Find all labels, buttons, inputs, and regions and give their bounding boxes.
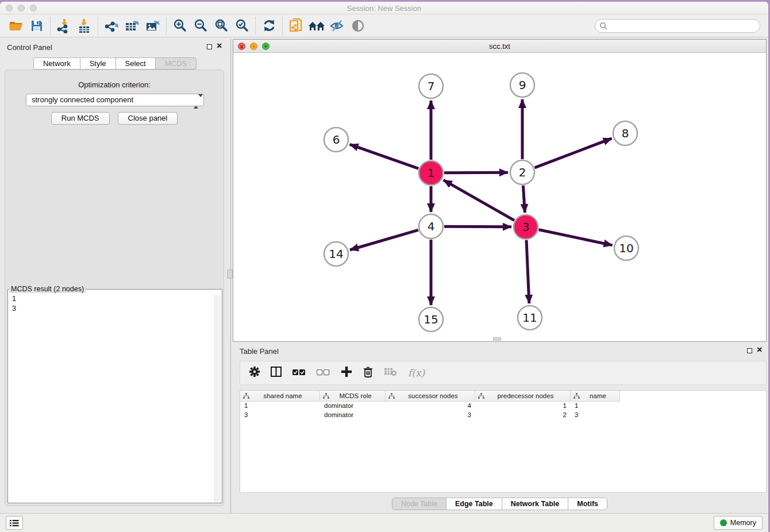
tab-network-table[interactable]: Network Table — [502, 498, 569, 510]
control-panel-close-button[interactable]: × — [217, 41, 222, 51]
toolbar-separator — [255, 17, 256, 34]
zoom-out-button[interactable] — [190, 17, 211, 35]
hide-graphics-button[interactable] — [327, 17, 348, 35]
import-table-icon — [77, 18, 92, 33]
tab-style[interactable]: Style — [80, 57, 116, 70]
zoom-in-button[interactable] — [170, 17, 190, 35]
column-type-icon — [573, 393, 580, 399]
result-scrollbar[interactable] — [214, 295, 221, 502]
graph-edge-3-11[interactable] — [526, 240, 529, 303]
graph-edge-1-2[interactable] — [444, 172, 508, 173]
graph-node-label-1: 1 — [428, 166, 435, 180]
search-box[interactable] — [595, 19, 760, 33]
select-stepper-icon — [194, 96, 199, 104]
export-table-icon — [125, 18, 140, 33]
table-cell[interactable]: 3 — [240, 411, 320, 420]
tab-motifs[interactable]: Motifs — [568, 498, 607, 510]
table-row[interactable]: 3dominator323 — [240, 411, 766, 420]
search-icon — [599, 22, 607, 30]
table-cell[interactable]: 1 — [571, 402, 620, 411]
table-cell[interactable]: 2 — [475, 411, 571, 420]
table-row[interactable]: 1dominator411 — [240, 402, 766, 411]
graph-edge-1-6[interactable] — [350, 144, 419, 168]
show-columns-button[interactable] — [271, 367, 282, 379]
network-window-titlebar: x - + scc.txt — [233, 40, 766, 53]
table-header-row: shared nameMCDS rolesuccessor nodesprede… — [240, 391, 766, 402]
close-panel-button[interactable]: Close panel — [118, 112, 178, 125]
column-header-label: shared name — [249, 392, 319, 399]
import-table-button[interactable] — [74, 17, 95, 35]
zoom-fit-button[interactable] — [211, 17, 232, 35]
optimization-criterion-label: Optimization criterion: — [5, 80, 224, 89]
zoom-selected-button[interactable] — [232, 17, 252, 35]
graph-edge-2-8[interactable] — [535, 138, 612, 168]
add-row-button[interactable] — [341, 366, 352, 380]
table-cell[interactable]: dominator — [320, 411, 386, 420]
control-panel-float-button[interactable] — [207, 44, 212, 49]
tab-select[interactable]: Select — [116, 57, 156, 70]
table-cell[interactable]: dominator — [320, 402, 386, 411]
table-cell[interactable]: 3 — [386, 411, 475, 420]
graph-edge-2-3[interactable] — [523, 186, 525, 213]
tab-node-table[interactable]: Node Table — [392, 498, 446, 510]
memory-button[interactable]: Memory — [714, 516, 763, 530]
tab-edge-table[interactable]: Edge Table — [446, 498, 502, 510]
network-resize-handle[interactable] — [493, 337, 501, 341]
graph-node-label-11: 11 — [522, 311, 537, 325]
graph-node-label-8: 8 — [622, 126, 629, 140]
refresh-button[interactable] — [259, 17, 279, 35]
table-settings-button[interactable] — [249, 367, 260, 379]
table-panel-title: Table Panel — [240, 347, 279, 356]
graph-node-label-3: 3 — [522, 220, 530, 234]
delete-table-icon — [384, 367, 397, 376]
table-cell[interactable]: 1 — [240, 402, 320, 411]
tab-mcds[interactable]: MCDS — [156, 57, 197, 70]
column-header-name[interactable]: name — [571, 391, 620, 402]
mcds-result-lines: 13 — [8, 293, 222, 315]
select-all-button[interactable] — [292, 368, 306, 378]
column-header-successor-nodes[interactable]: successor nodes — [386, 391, 475, 402]
open-session-button[interactable] — [6, 17, 26, 35]
home-networks-button[interactable] — [306, 17, 327, 35]
tab-network[interactable]: Network — [33, 57, 80, 70]
import-network-button[interactable] — [53, 17, 74, 35]
table-cell[interactable]: 1 — [475, 402, 571, 411]
network-window-title: scc.txt — [233, 42, 766, 51]
column-header-predecessor-nodes[interactable]: predecessor nodes — [475, 391, 571, 402]
graph-edge-3-1[interactable] — [444, 180, 514, 220]
split-divider-handle[interactable] — [227, 269, 233, 279]
clone-network-button[interactable] — [286, 17, 306, 35]
column-header-shared-name[interactable]: shared name — [240, 391, 320, 402]
optimization-criterion-select[interactable]: strongly connected component — [26, 94, 204, 106]
run-mcds-button[interactable]: Run MCDS — [51, 112, 110, 125]
zoom-in-icon — [173, 18, 187, 33]
export-table-button[interactable] — [122, 17, 143, 35]
save-session-button[interactable] — [26, 17, 47, 35]
search-input[interactable] — [610, 22, 760, 30]
zoom-out-icon — [194, 18, 208, 33]
unselect-all-button[interactable] — [317, 368, 330, 378]
graph-edge-4-14[interactable] — [350, 230, 418, 250]
open-folder-icon — [9, 19, 24, 33]
export-image-button[interactable] — [143, 17, 163, 35]
table-cell[interactable]: 4 — [386, 402, 475, 411]
export-network-button[interactable] — [101, 17, 122, 35]
plus-icon — [341, 366, 352, 377]
network-canvas[interactable]: 7968124314101511 — [233, 53, 766, 341]
import-network-icon — [56, 18, 71, 33]
table-panel-close-button[interactable]: × — [757, 345, 762, 355]
table-cell[interactable]: 3 — [571, 411, 620, 420]
show-graphics-button[interactable] — [348, 17, 368, 35]
node-table[interactable]: shared nameMCDS rolesuccessor nodesprede… — [240, 390, 767, 493]
network-view-window: x - + scc.txt 7968124314101511 — [233, 39, 767, 342]
delete-rows-button[interactable] — [363, 367, 373, 380]
optimization-criterion-value: strongly connected component — [32, 95, 133, 104]
toolbar-separator — [98, 17, 98, 34]
table-panel-float-button[interactable] — [747, 348, 752, 353]
column-header-MCDS-role[interactable]: MCDS role — [320, 391, 386, 402]
main-toolbar — [0, 14, 768, 37]
graph-edge-3-10[interactable] — [539, 230, 613, 245]
graph-edge-4-3[interactable] — [444, 226, 511, 227]
task-history-button[interactable] — [6, 516, 23, 530]
control-panel-title: Control Panel — [7, 43, 52, 52]
